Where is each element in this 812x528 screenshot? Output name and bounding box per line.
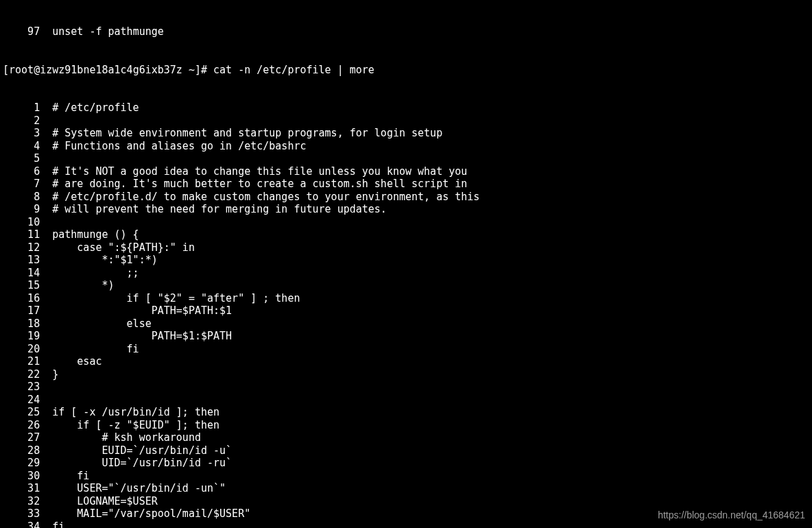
line-number: 25 xyxy=(3,406,40,419)
partial-scrolled-line: 97 unset -f pathmunge xyxy=(3,25,809,38)
gutter-gap xyxy=(40,228,52,241)
terminal-output[interactable]: 97 unset -f pathmunge [root@izwz91bne18a… xyxy=(0,0,812,528)
line-text: # It's NOT a good idea to change this fi… xyxy=(52,165,467,178)
file-line: 6 # It's NOT a good idea to change this … xyxy=(3,165,809,178)
line-text: PATH=$PATH:$1 xyxy=(52,304,232,317)
file-line: 13 *:"$1":*) xyxy=(3,254,809,267)
gutter-gap xyxy=(40,520,52,529)
file-line: 31 USER="`/usr/bin/id -un`" xyxy=(3,482,809,495)
gutter-gap xyxy=(40,304,52,317)
line-number: 22 xyxy=(3,368,40,381)
file-line: 20 fi xyxy=(3,343,809,356)
line-number: 28 xyxy=(3,444,40,457)
line-number: 11 xyxy=(3,228,40,241)
line-text: EUID=`/usr/bin/id -u` xyxy=(52,444,232,457)
gutter-gap xyxy=(40,191,52,204)
file-line: 28 EUID=`/usr/bin/id -u` xyxy=(3,444,809,457)
file-line: 22 } xyxy=(3,368,809,381)
line-number: 12 xyxy=(3,241,40,254)
gutter-gap xyxy=(40,381,52,394)
line-text: # are doing. It's much better to create … xyxy=(52,178,467,190)
file-line: 16 if [ "$2" = "after" ] ; then xyxy=(3,292,809,305)
file-line: 15 *) xyxy=(3,279,809,292)
line-number: 8 xyxy=(3,191,40,204)
line-text: UID=`/usr/bin/id -ru` xyxy=(52,457,232,469)
line-text: esac xyxy=(52,355,102,368)
gutter-gap xyxy=(40,267,52,280)
line-text: if [ -x /usr/bin/id ]; then xyxy=(52,406,219,418)
line-text: fi xyxy=(52,520,64,529)
gutter-gap xyxy=(40,431,52,444)
line-number: 7 xyxy=(3,178,40,191)
line-text: } xyxy=(52,368,58,381)
line-number: 1 xyxy=(3,101,40,115)
file-line: 26 if [ -z "$EUID" ]; then xyxy=(3,419,809,432)
line-number: 15 xyxy=(3,279,40,292)
line-text: *) xyxy=(52,279,114,291)
file-line: 34 fi xyxy=(3,520,809,529)
line-number: 17 xyxy=(3,304,40,317)
watermark-text: https://blog.csdn.net/qq_41684621 xyxy=(658,509,805,522)
file-line: 11 pathmunge () { xyxy=(3,228,809,241)
line-number: 19 xyxy=(3,330,40,343)
line-number: 14 xyxy=(3,267,40,280)
line-text: if [ -z "$EUID" ]; then xyxy=(52,419,219,431)
line-text: fi xyxy=(52,470,89,482)
line-text: pathmunge () { xyxy=(52,228,139,241)
line-text: *:"$1":*) xyxy=(52,254,158,266)
line-number: 23 xyxy=(3,381,40,394)
line-text: ;; xyxy=(52,267,139,279)
line-number: 2 xyxy=(3,115,40,128)
file-line: 10 xyxy=(3,216,809,229)
line-number: 26 xyxy=(3,419,40,432)
gutter-gap xyxy=(40,178,52,191)
line-number: 6 xyxy=(3,165,40,178)
file-line: 8 # /etc/profile.d/ to make custom chang… xyxy=(3,191,809,204)
gutter-gap xyxy=(40,330,52,343)
gutter-gap xyxy=(40,355,52,368)
file-line: 25 if [ -x /usr/bin/id ]; then xyxy=(3,406,809,419)
file-line: 24 xyxy=(3,394,809,407)
shell-command: cat -n /etc/profile | more xyxy=(213,64,374,76)
line-number: 10 xyxy=(3,216,40,229)
line-number: 9 xyxy=(3,203,40,216)
gutter-gap xyxy=(40,216,52,229)
gutter-gap xyxy=(40,482,52,495)
gutter-gap xyxy=(40,127,52,140)
line-text: # will prevent the need for merging in f… xyxy=(52,203,387,215)
gutter-gap xyxy=(40,115,52,128)
line-text: # /etc/profile xyxy=(52,101,139,114)
line-number: 4 xyxy=(3,140,40,153)
file-line: 14 ;; xyxy=(3,267,809,280)
file-line: 5 xyxy=(3,152,809,165)
line-text: MAIL="/var/spool/mail/$USER" xyxy=(52,507,250,520)
line-number: 24 xyxy=(3,394,40,407)
file-line: 21 esac xyxy=(3,355,809,368)
file-line: 1 # /etc/profile xyxy=(3,101,809,115)
file-line: 12 case ":${PATH}:" in xyxy=(3,241,809,254)
line-text: # Functions and aliases go in /etc/bashr… xyxy=(52,140,306,152)
gutter-gap xyxy=(40,165,52,178)
shell-prompt: [root@izwz91bne18a1c4g6ixb37z ~]# xyxy=(3,64,213,76)
file-line: 19 PATH=$1:$PATH xyxy=(3,330,809,343)
line-text: if [ "$2" = "after" ] ; then xyxy=(52,292,300,304)
line-text: fi xyxy=(52,343,139,355)
gutter-gap xyxy=(40,368,52,381)
line-number: 31 xyxy=(3,482,40,495)
file-line: 29 UID=`/usr/bin/id -ru` xyxy=(3,457,809,470)
gutter-gap xyxy=(40,444,52,457)
gutter-gap xyxy=(40,279,52,292)
file-line: 2 xyxy=(3,115,809,128)
file-line: 18 else xyxy=(3,317,809,331)
gutter-gap xyxy=(40,343,52,356)
file-line: 7 # are doing. It's much better to creat… xyxy=(3,178,809,191)
line-text: # System wide environment and startup pr… xyxy=(52,127,442,139)
line-number: 13 xyxy=(3,254,40,267)
line-number: 20 xyxy=(3,343,40,356)
line-text: # ksh workaround xyxy=(52,431,201,444)
gutter-gap xyxy=(40,140,52,153)
file-line: 23 xyxy=(3,381,809,394)
line-number: 33 xyxy=(3,507,40,520)
line-text: LOGNAME=$USER xyxy=(52,495,158,507)
gutter-gap xyxy=(40,470,52,483)
